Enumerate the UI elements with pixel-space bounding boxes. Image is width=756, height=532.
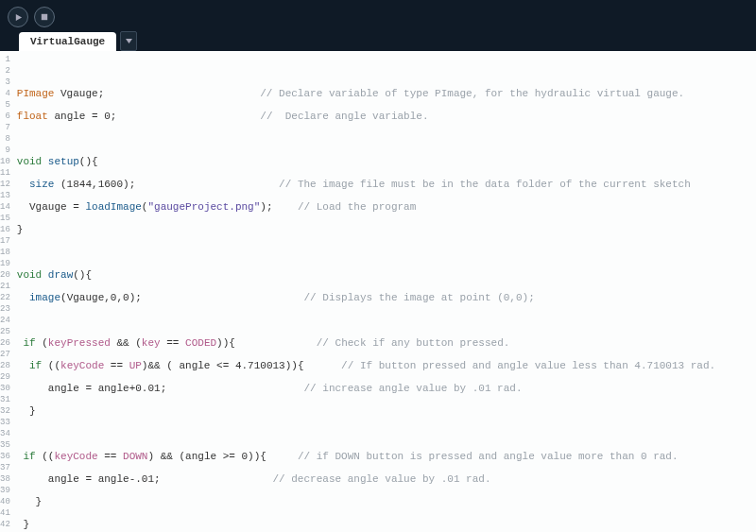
line-number: 40 — [0, 496, 13, 507]
line-number: 27 — [0, 349, 13, 360]
line-number: 30 — [0, 383, 13, 394]
line-gutter: 1234567891011121314151617181920212223242… — [0, 51, 13, 532]
code-line: void draw(){ — [17, 269, 756, 281]
line-number: 22 — [0, 292, 13, 303]
line-number: 37 — [0, 462, 13, 473]
line-number: 33 — [0, 417, 13, 428]
line-number: 11 — [0, 167, 13, 179]
ide-window: VirtualGauge 123456789101112131415161718… — [0, 0, 756, 532]
svg-marker-0 — [15, 13, 21, 20]
line-number: 21 — [0, 281, 13, 292]
line-number: 23 — [0, 303, 13, 315]
line-number: 15 — [0, 213, 13, 224]
toolbar — [0, 0, 756, 30]
line-number: 26 — [0, 337, 13, 349]
line-number: 3 — [0, 77, 13, 88]
play-icon — [14, 13, 23, 22]
code-line: if ((keyCode == DOWN) && (angle >= 0)){ … — [17, 451, 756, 462]
line-number: 1 — [0, 54, 13, 65]
svg-rect-1 — [42, 14, 47, 20]
line-number: 16 — [0, 224, 13, 235]
code-line: } — [17, 405, 756, 417]
code-line: size (1844,1600); // The image file must… — [17, 179, 756, 190]
line-number: 19 — [0, 258, 13, 269]
code-line: if (keyPressed && (key == CODED)){ // Ch… — [17, 337, 756, 349]
code-line — [17, 65, 756, 77]
line-number: 14 — [0, 201, 13, 213]
tab-virtualgauge[interactable]: VirtualGauge — [19, 32, 116, 51]
code-line: Vgauge = loadImage("gaugeProject.png"); … — [17, 201, 756, 213]
line-number: 38 — [0, 473, 13, 485]
code-line — [17, 133, 756, 145]
line-number: 31 — [0, 394, 13, 405]
line-number: 29 — [0, 371, 13, 383]
tab-dropdown[interactable] — [120, 31, 137, 51]
line-number: 42 — [0, 519, 13, 530]
line-number: 20 — [0, 269, 13, 281]
tab-row: VirtualGauge — [0, 30, 756, 51]
line-number: 17 — [0, 235, 13, 247]
line-number: 10 — [0, 156, 13, 167]
code-area[interactable]: PImage Vgauge; // Declare variable of ty… — [13, 51, 756, 532]
line-number: 32 — [0, 405, 13, 417]
stop-icon — [41, 13, 48, 21]
line-number: 9 — [0, 145, 13, 156]
line-number: 35 — [0, 439, 13, 451]
code-line — [17, 247, 756, 258]
run-button[interactable] — [8, 7, 28, 27]
code-line: angle = angle+0.01; // increase angle va… — [17, 383, 756, 394]
code-line: PImage Vgauge; // Declare variable of ty… — [17, 88, 756, 99]
line-number: 25 — [0, 326, 13, 337]
line-number: 39 — [0, 485, 13, 496]
line-number: 12 — [0, 179, 13, 190]
line-number: 41 — [0, 507, 13, 519]
line-number: 36 — [0, 451, 13, 462]
line-number: 7 — [0, 122, 13, 133]
line-number: 8 — [0, 133, 13, 145]
code-line — [17, 315, 756, 326]
chevron-down-icon — [126, 39, 132, 43]
code-editor[interactable]: 1234567891011121314151617181920212223242… — [0, 51, 756, 532]
stop-button[interactable] — [34, 7, 55, 27]
code-line — [17, 428, 756, 439]
line-number: 13 — [0, 190, 13, 201]
line-number: 18 — [0, 247, 13, 258]
code-line: } — [17, 496, 756, 507]
code-line: void setup(){ — [17, 156, 756, 167]
code-line: } — [17, 519, 756, 530]
code-line: float angle = 0; // Declare angle variab… — [17, 111, 756, 122]
line-number: 24 — [0, 315, 13, 326]
code-line: image(Vgauge,0,0); // Displays the image… — [17, 292, 756, 303]
svg-marker-2 — [126, 39, 132, 43]
line-number: 2 — [0, 65, 13, 77]
line-number: 4 — [0, 88, 13, 99]
line-number: 28 — [0, 360, 13, 371]
code-line: } — [17, 224, 756, 235]
line-number: 6 — [0, 111, 13, 122]
code-line: if ((keyCode == UP)&& ( angle <= 4.71001… — [17, 360, 756, 371]
line-number: 5 — [0, 99, 13, 111]
code-line: angle = angle-.01; // decrease angle val… — [17, 473, 756, 485]
line-number: 34 — [0, 428, 13, 439]
